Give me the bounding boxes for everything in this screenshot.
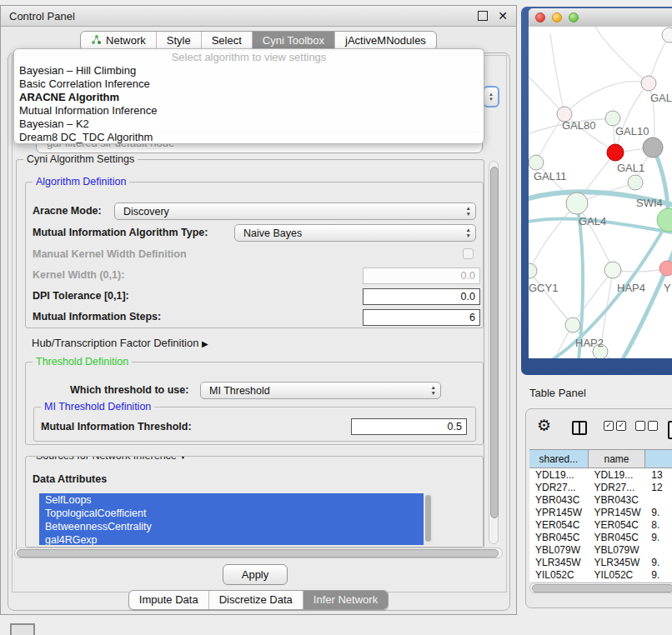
kernel-width-field[interactable]: 0.0 [363, 268, 480, 284]
checked-pair-icon[interactable]: ✓✓ [604, 421, 626, 431]
gear-icon[interactable]: ⚙ [537, 416, 551, 435]
network-canvas[interactable]: GALGAL80GAL10GAL1GAL11SWI4GAL4GCY1HAP4YH… [529, 27, 672, 358]
dpi-tolerance-field[interactable]: 0.0 [363, 288, 480, 305]
tab-label: Cyni Toolbox [263, 34, 324, 47]
dropdown-item[interactable]: Mutual Information Inference [14, 104, 484, 118]
network-node[interactable] [659, 261, 672, 276]
float-window-icon[interactable] [478, 11, 488, 21]
manual-kernel-checkbox[interactable] [463, 248, 474, 259]
network-node[interactable] [662, 28, 672, 42]
apply-button[interactable]: Apply [223, 564, 288, 585]
data-attributes-label: Data Attributes [33, 473, 107, 485]
table-cell: YBL079W [529, 543, 589, 556]
kernel-width-label: Kernel Width (0,1): [33, 269, 124, 281]
table-row[interactable]: YBR045CYBR045C9. [529, 531, 672, 543]
minimize-traffic-light[interactable] [552, 12, 562, 22]
table-row[interactable]: YBL079WYBL079W [529, 543, 672, 556]
tab-style[interactable]: Style [157, 32, 202, 50]
settings-horizontal-scrollbar[interactable] [14, 548, 503, 558]
manual-kernel-label: Manual Kernel Width Definition [33, 248, 187, 260]
network-node[interactable] [605, 111, 620, 126]
column-header-partial[interactable] [645, 450, 672, 468]
list-scrollbar[interactable] [424, 493, 433, 545]
table-row[interactable]: YIL052CYIL052C9. [529, 568, 672, 581]
column-header-name[interactable]: name [589, 450, 646, 468]
node-label: GAL [650, 92, 672, 104]
network-edge [595, 27, 649, 83]
algorithm-combo-button[interactable]: ▲▼ [483, 86, 499, 108]
tab-label: Discretize Data [219, 593, 293, 606]
mi-steps-field[interactable]: 6 [363, 309, 480, 326]
tab-discretize-data[interactable]: Discretize Data [209, 591, 303, 609]
dropdown-item[interactable]: Dream8 DC_TDC Algorithm [14, 131, 484, 144]
tab-impute-data[interactable]: Impute Data [129, 591, 209, 609]
split-columns-icon[interactable] [572, 421, 587, 435]
table-row[interactable]: YLR345WYLR345W9. [529, 556, 672, 568]
document-icon[interactable] [668, 421, 672, 439]
mi-type-label: Mutual Information Algorithm Type: [33, 227, 208, 238]
network-edge [564, 82, 649, 114]
hub-definition-expander[interactable]: Hub/Transcription Factor Definition ▶ [32, 337, 208, 349]
table-cell: YLR345W [529, 556, 589, 568]
which-threshold-combo[interactable]: MI Threshold ▲▼ [200, 382, 441, 399]
collapsed-panel-icon[interactable] [10, 623, 35, 635]
settings-vertical-scrollbar[interactable] [489, 161, 499, 544]
column-header-shared-name[interactable]: shared... [529, 450, 589, 468]
table-row[interactable]: YDL19...YDL19...13 [529, 468, 672, 481]
attribute-item-selected[interactable]: gal4RGexp [39, 533, 424, 545]
table-cell: YBR043C [589, 493, 646, 506]
expanded-arrow-icon: ▼ [177, 456, 188, 461]
network-node[interactable] [529, 155, 544, 170]
table-header: shared... name [529, 450, 672, 468]
aracne-mode-combo[interactable]: Discovery ▲▼ [114, 202, 476, 220]
network-window-titlebar[interactable] [529, 8, 672, 28]
combo-arrows-icon: ▲▼ [466, 227, 471, 238]
group-title: Threshold Definition [33, 356, 132, 368]
network-node[interactable] [604, 262, 621, 278]
zoom-traffic-light[interactable] [569, 12, 579, 22]
table-row[interactable]: YBR043CYBR043C [529, 493, 672, 506]
unchecked-pair-icon[interactable] [635, 421, 658, 431]
table-row[interactable]: YPR145WYPR145W9. [529, 506, 672, 518]
attribute-item-selected[interactable]: TopologicalCoefficient [39, 507, 424, 520]
combo-arrows-icon: ▲▼ [431, 384, 436, 396]
tab-label: Impute Data [139, 593, 198, 606]
tab-network[interactable]: Network [81, 32, 157, 50]
tab-jactivemnodules[interactable]: jActiveMNodules [335, 32, 436, 50]
network-edge [529, 271, 573, 325]
mi-type-combo[interactable]: Naive Bayes ▲▼ [234, 224, 476, 242]
table-cell: YIL052C [529, 568, 589, 581]
mi-threshold-definition-group: MI Threshold Definition Mutual Informati… [33, 407, 476, 442]
bottom-tabbar: Impute Data Discretize Data Infer Networ… [128, 590, 389, 610]
network-node[interactable] [566, 192, 588, 214]
table-horizontal-scrollbar[interactable] [529, 582, 672, 593]
tab-select[interactable]: Select [202, 32, 253, 50]
node-table: shared... name YDL19...YDL19...13YDR27..… [529, 449, 672, 582]
table-row[interactable]: YER054CYER054C8. [529, 518, 672, 531]
dropdown-item-selected[interactable]: ARACNE Algorithm [14, 91, 484, 104]
network-node[interactable] [529, 263, 537, 278]
threshold-definition-group: Threshold Definition Which threshold to … [25, 362, 484, 445]
network-node[interactable] [643, 138, 663, 158]
table-cell: 13 [645, 468, 672, 481]
attribute-item-selected[interactable]: SelfLoops [39, 493, 424, 507]
tab-infer-network[interactable]: Infer Network [303, 591, 388, 609]
network-node[interactable] [641, 76, 656, 91]
dropdown-item[interactable]: Bayesian – K2 [14, 118, 484, 131]
network-node[interactable] [607, 144, 624, 161]
attribute-item-selected[interactable]: BetweennessCentrality [39, 520, 424, 533]
network-edge [529, 203, 577, 271]
network-node[interactable] [565, 318, 580, 332]
mi-threshold-field[interactable]: 0.5 [351, 418, 467, 435]
dropdown-item[interactable]: Basic Correlation Inference [14, 78, 484, 91]
dropdown-prompt: Select algorithm to view settings [14, 51, 484, 64]
close-traffic-light[interactable] [535, 12, 545, 22]
table-cell: YDR27... [589, 481, 646, 493]
tab-cyni-toolbox[interactable]: Cyni Toolbox [253, 32, 335, 50]
dropdown-item[interactable]: Bayesian – Hill Climbing [14, 64, 484, 78]
close-icon[interactable]: ✕ [498, 12, 508, 20]
table-row[interactable]: YDR27...YDR27...12 [529, 481, 672, 493]
network-node[interactable] [657, 208, 672, 232]
network-node[interactable] [628, 175, 643, 190]
network-view-window[interactable]: GALGAL80GAL10GAL1GAL11SWI4GAL4GCY1HAP4YH… [521, 7, 672, 375]
